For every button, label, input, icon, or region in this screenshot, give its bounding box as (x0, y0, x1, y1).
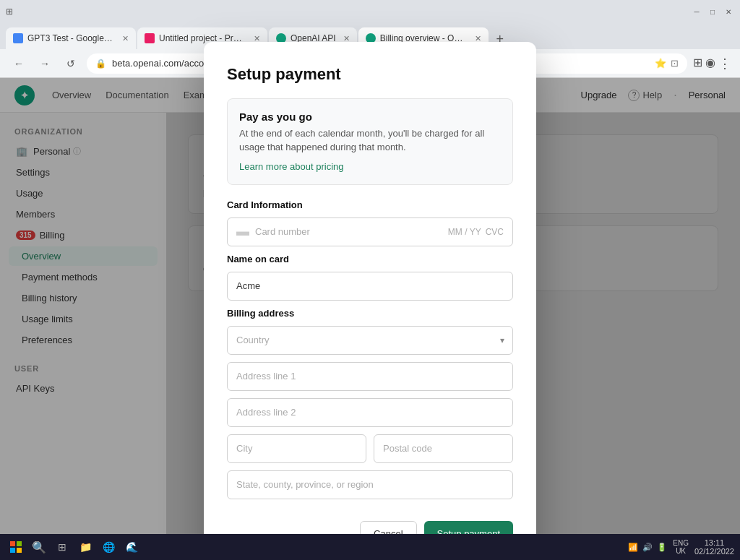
browser-titlebar: ⊞ ─ □ ✕ (0, 0, 740, 23)
profile-button[interactable]: ◉ (705, 56, 715, 72)
card-number-placeholder: Card number (255, 226, 442, 237)
taskbar-widgets[interactable]: ⊞ (52, 537, 72, 557)
extensions-button[interactable]: ⊞ (693, 56, 702, 72)
card-info-label: Card Information (227, 199, 513, 210)
close-btn[interactable]: ✕ (723, 6, 734, 17)
state-input[interactable] (227, 470, 513, 499)
setup-payment-modal: Setup payment Pay as you go At the end o… (204, 42, 536, 560)
tab-gpt3[interactable]: GPT3 Test - Google She... ✕ (6, 27, 136, 49)
reload-button[interactable]: ↺ (61, 53, 81, 74)
name-on-card-input[interactable] (227, 272, 513, 301)
country-select[interactable]: Country United States United Kingdom Can… (227, 326, 513, 355)
search-button[interactable]: 🔍 (29, 537, 49, 557)
payg-box: Pay as you go At the end of each calenda… (227, 98, 513, 184)
forward-button[interactable]: → (35, 53, 55, 74)
card-chip-icon: ▬ (236, 224, 249, 239)
taskbar-chrome[interactable]: 🌐 (98, 537, 119, 557)
postal-code-input[interactable] (374, 434, 513, 463)
back-button[interactable]: ← (9, 53, 29, 74)
city-input[interactable] (227, 434, 366, 463)
start-button[interactable] (6, 537, 26, 557)
card-meta: MM / YY CVC (448, 227, 504, 237)
taskbar: 🔍 ⊞ 📁 🌐 🌊 📶 🔊 🔋 ENG UK 13:11 02/12/2022 (0, 534, 740, 560)
taskbar-right: 📶 🔊 🔋 ENG UK 13:11 02/12/2022 (628, 538, 734, 556)
taskbar-clock: 13:11 02/12/2022 (694, 538, 734, 556)
menu-button[interactable]: ⋮ (718, 56, 731, 72)
address-line2-input[interactable] (227, 398, 513, 427)
billing-address-label: Billing address (227, 308, 513, 319)
tab-label-gpt3: GPT3 Test - Google She... (27, 33, 115, 43)
svg-rect-2 (10, 548, 15, 553)
payg-title: Pay as you go (239, 111, 501, 123)
card-input-row[interactable]: ▬ Card number MM / YY CVC (227, 217, 513, 246)
battery-icon: 🔋 (657, 543, 667, 552)
svg-rect-0 (10, 541, 15, 546)
address-line1-input[interactable] (227, 362, 513, 391)
taskbar-edge[interactable]: 🌊 (121, 537, 142, 557)
network-icon: 📶 (628, 543, 638, 552)
maximize-btn[interactable]: □ (707, 6, 718, 17)
svg-rect-1 (17, 541, 22, 546)
tab-icon-untitled (145, 33, 155, 43)
modal-title: Setup payment (227, 65, 513, 84)
volume-icon: 🔊 (642, 543, 653, 552)
modal-overlay: Setup payment Pay as you go At the end o… (0, 78, 740, 534)
payg-link[interactable]: Learn more about pricing (239, 161, 344, 172)
tab-close-gpt3[interactable]: ✕ (122, 34, 129, 43)
tab-icon-gpt3 (13, 33, 23, 43)
taskbar-language: ENG UK (673, 539, 689, 555)
taskbar-files[interactable]: 📁 (75, 537, 95, 557)
payg-desc: At the end of each calendar month, you'l… (239, 127, 501, 153)
country-select-wrap: Country United States United Kingdom Can… (227, 326, 513, 355)
name-on-card-label: Name on card (227, 254, 513, 264)
minimize-btn[interactable]: ─ (691, 6, 702, 17)
svg-rect-3 (17, 548, 22, 553)
